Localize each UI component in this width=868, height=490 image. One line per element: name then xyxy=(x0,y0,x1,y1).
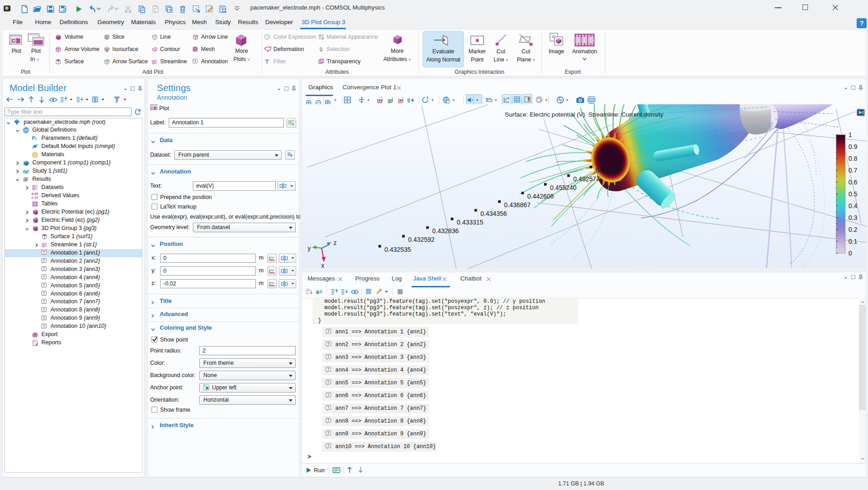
svg-text:0.433315: 0.433315 xyxy=(457,219,484,226)
svg-text:Surface: Electric potential (V: Surface: Electric potential (V) Streamli… xyxy=(505,111,663,118)
svg-text:0.6: 0.6 xyxy=(848,179,858,186)
svg-text:1: 1 xyxy=(848,131,852,138)
svg-text:0.442608: 0.442608 xyxy=(527,193,554,200)
svg-text:0.5: 0.5 xyxy=(848,190,858,198)
svg-text:0.432836: 0.432836 xyxy=(432,227,459,235)
svg-text:z: z xyxy=(333,239,337,246)
svg-text:0.455240: 0.455240 xyxy=(550,184,577,191)
svg-text:0.432592: 0.432592 xyxy=(408,236,435,243)
svg-text:0.7: 0.7 xyxy=(848,167,858,174)
svg-text:0.432535: 0.432535 xyxy=(384,246,411,253)
svg-text:0.8: 0.8 xyxy=(848,155,858,162)
svg-text:0.436867: 0.436867 xyxy=(504,201,531,209)
svg-text:0.3: 0.3 xyxy=(848,214,858,221)
svg-text:x: x xyxy=(321,262,324,269)
svg-text:0.644517: 0.644517 xyxy=(595,167,622,174)
svg-text:y: y xyxy=(308,245,311,252)
svg-text:0.2: 0.2 xyxy=(848,226,858,233)
svg-text:0.9: 0.9 xyxy=(848,143,858,150)
svg-text:0.492577: 0.492577 xyxy=(573,175,600,183)
svg-text:0.4: 0.4 xyxy=(848,202,858,209)
svg-text:0.434356: 0.434356 xyxy=(480,210,507,217)
svg-text:0.1: 0.1 xyxy=(848,238,858,245)
svg-text:0: 0 xyxy=(848,250,852,257)
